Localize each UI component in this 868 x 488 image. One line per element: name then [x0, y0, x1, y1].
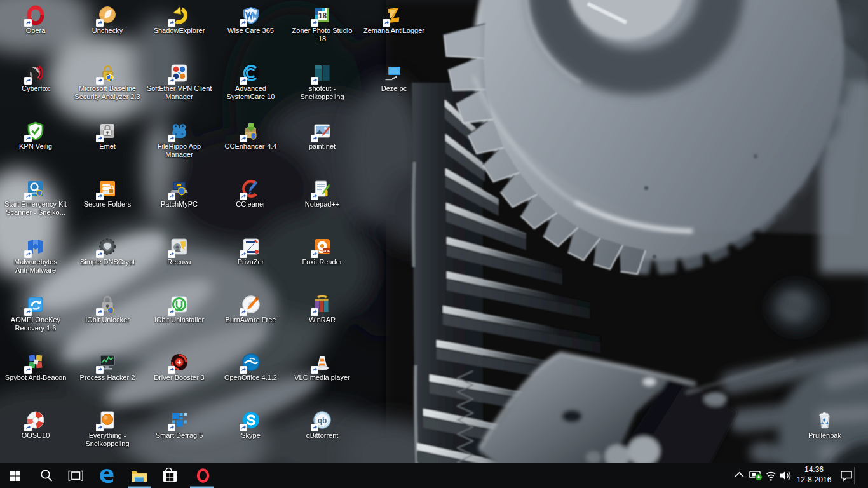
svg-text:18: 18: [318, 11, 327, 20]
svg-text:PDF: PDF: [323, 249, 330, 253]
svg-text:qb: qb: [318, 416, 327, 425]
